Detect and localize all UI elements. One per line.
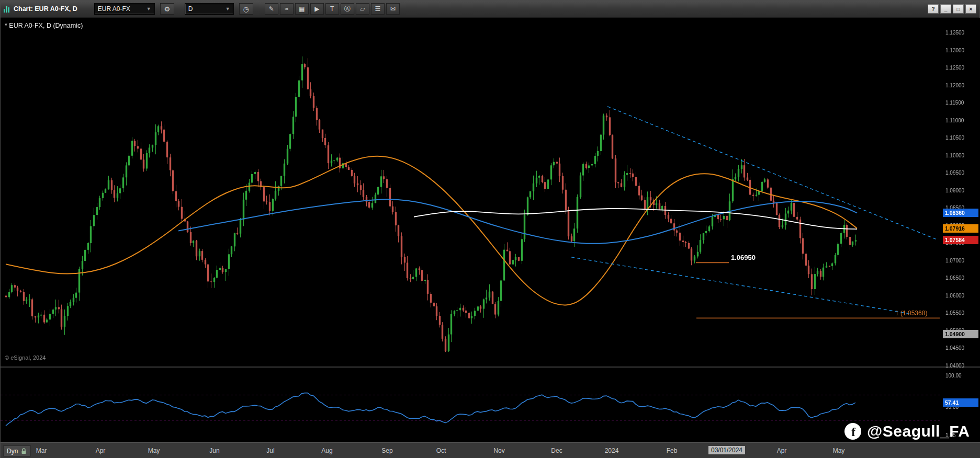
lock-icon	[20, 448, 27, 454]
time-axis-label: Apr	[96, 447, 106, 454]
price-tick: 1.10000	[945, 153, 964, 158]
drawing-tool-strip: ✎≈▦▶TⒶ▱☰✉	[265, 3, 400, 15]
window-controls: ?_□×	[928, 4, 976, 14]
chart-window: Chart: EUR A0-FX, D EUR A0-FX ▼ ⚙ D ▼ ◷ …	[0, 0, 980, 458]
price-tick: 1.13500	[945, 30, 964, 36]
price-tick: 1.09000	[945, 188, 964, 193]
titlebar[interactable]: Chart: EUR A0-FX, D EUR A0-FX ▼ ⚙ D ▼ ◷ …	[1, 1, 979, 18]
maximize-button[interactable]: □	[953, 4, 964, 14]
clock-icon: ◷	[243, 5, 249, 13]
replay-tool-button[interactable]: ▶	[310, 3, 324, 15]
price-level-annotation[interactable]: 1.06950	[731, 254, 756, 261]
price-tick: 1.04500	[945, 345, 964, 351]
price-tick: 1.12000	[945, 83, 964, 88]
pencil-tool-button[interactable]: ✎	[265, 3, 278, 15]
price-tick: 1.04000	[945, 363, 964, 369]
comment-tool-icon: ✉	[390, 6, 396, 12]
oscillator-pane-canvas[interactable]	[1, 368, 942, 442]
watermark: f @Seagull_FA	[844, 422, 970, 440]
price-tick: 1.09500	[945, 170, 964, 176]
chevron-down-icon: ▼	[147, 6, 151, 12]
minimize-button[interactable]: _	[940, 4, 951, 14]
time-axis-label: Dec	[551, 447, 562, 454]
price-tick: 1.06500	[945, 275, 964, 281]
time-axis-label: Nov	[493, 447, 504, 454]
pane-splitter[interactable]	[1, 367, 980, 368]
price-tick: 1.11500	[945, 100, 964, 106]
quote-board-tool-icon: ▦	[299, 6, 305, 12]
time-axis-label: Jul	[266, 447, 274, 454]
text-tool-button[interactable]: T	[325, 3, 339, 15]
time-axis-label: 03/01/2024	[708, 446, 745, 454]
quote-board-tool-button[interactable]: ▦	[295, 3, 309, 15]
time-axis-label: Jun	[209, 447, 219, 454]
price-tick: 1.10500	[945, 135, 964, 141]
price-tick: 1.11000	[945, 118, 964, 123]
osc-tick-100: 100.00	[945, 373, 962, 379]
copyright-label: © eSignal, 2024	[5, 354, 46, 361]
watermark-handle: @Seagull_FA	[867, 422, 970, 440]
gear-icon: ⚙	[164, 5, 170, 13]
freehand-tool-button[interactable]: ≈	[280, 3, 294, 15]
price-tick: 1.07000	[945, 258, 964, 264]
close-button[interactable]: ×	[965, 4, 976, 14]
time-axis-label: Mar	[36, 447, 47, 454]
interval-combobox[interactable]: D ▼	[185, 3, 234, 15]
price-badge: 1.07916	[943, 224, 978, 233]
annotation-tool-icon: Ⓐ	[344, 6, 351, 12]
fib-level-label[interactable]: 1 (1.05368)	[895, 310, 927, 317]
time-axis-label: 2024	[605, 447, 619, 454]
price-tick: 1.13000	[945, 48, 964, 53]
price-tick: 1.05500	[945, 310, 964, 316]
time-axis-label: Apr	[777, 447, 787, 454]
price-badge: 1.04900	[943, 330, 978, 338]
time-axis-label: May	[148, 447, 160, 454]
dyn-label: Dyn	[7, 448, 18, 455]
interval-value: D	[188, 5, 193, 13]
price-badge: 1.07584	[943, 236, 978, 244]
time-template-button[interactable]: ◷	[239, 3, 253, 15]
time-axis-label: Aug	[321, 447, 332, 454]
chevron-down-icon: ▼	[226, 6, 230, 12]
window-title: Chart: EUR A0-FX, D	[14, 5, 77, 13]
chart-area: * EUR A0-FX, D (Dynamic) © eSignal, 2024…	[1, 18, 980, 458]
freehand-tool-icon: ≈	[285, 6, 288, 12]
time-axis-label: Feb	[667, 447, 678, 454]
symbol-combobox[interactable]: EUR A0-FX ▼	[94, 3, 155, 15]
svg-text:f: f	[851, 426, 855, 439]
facebook-icon: f	[844, 422, 862, 440]
price-tick: 1.12500	[945, 65, 964, 71]
help-button[interactable]: ?	[928, 4, 939, 14]
symbol-value: EUR A0-FX	[98, 5, 130, 13]
pencil-tool-icon: ✎	[269, 6, 274, 12]
price-badge: 1.08360	[943, 209, 978, 217]
time-axis: Dyn MarAprMayJunJulAugSepOctNovDec2024Fe…	[1, 442, 980, 458]
eraser-tool-icon: ▱	[360, 6, 365, 12]
watchlist-tool-button[interactable]: ☰	[371, 3, 385, 15]
oscillator-value-badge: 57.41	[943, 398, 978, 407]
price-pane-canvas[interactable]	[1, 18, 942, 367]
replay-tool-icon: ▶	[314, 6, 319, 12]
time-axis-label: Oct	[436, 447, 446, 454]
price-tick: 1.06000	[945, 293, 964, 299]
comment-tool-button[interactable]: ✉	[386, 3, 400, 15]
watchlist-tool-icon: ☰	[375, 6, 380, 12]
dyn-button[interactable]: Dyn	[3, 445, 31, 456]
instrument-label: * EUR A0-FX, D (Dynamic)	[5, 22, 83, 29]
eraser-tool-button[interactable]: ▱	[356, 3, 369, 15]
app-icon	[4, 5, 9, 13]
time-axis-label: May	[833, 447, 845, 454]
text-tool-icon: T	[330, 6, 334, 12]
annotation-tool-button[interactable]: Ⓐ	[341, 3, 354, 15]
time-axis-label: Sep	[381, 447, 392, 454]
settings-button[interactable]: ⚙	[160, 3, 174, 15]
price-axis: 100.00 50.00 1.05 57.41 1.135001.130001.…	[942, 18, 980, 442]
